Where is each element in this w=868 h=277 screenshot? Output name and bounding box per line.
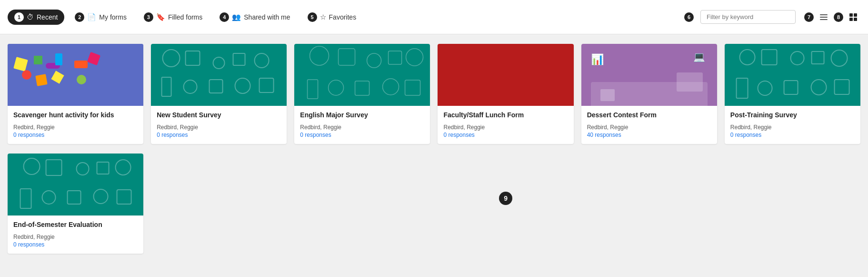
- card-body: Post-Training Survey Redbird, Reggie 0 r…: [725, 106, 860, 144]
- svg-rect-5: [849, 18, 853, 21]
- svg-point-25: [383, 79, 399, 95]
- svg-rect-28: [761, 50, 777, 65]
- star-icon: ☆: [320, 13, 326, 21]
- nav-my-forms-label: My forms: [99, 13, 127, 21]
- nav-favorites-label: Favorites: [329, 13, 357, 21]
- badge-6: 6: [684, 12, 694, 22]
- view-toggle-group: 7 8: [804, 10, 860, 24]
- forms-grid-row1: Scavenger hunt activity for kids Redbird…: [0, 34, 868, 154]
- bookmark-icon: 🔖: [156, 13, 165, 21]
- card-thumbnail: [438, 44, 573, 106]
- form-card-scavenger-hunt[interactable]: Scavenger hunt activity for kids Redbird…: [8, 44, 143, 144]
- list-view-button[interactable]: [817, 10, 831, 24]
- svg-point-43: [42, 191, 56, 204]
- pagination-badge-area: 9: [151, 154, 860, 254]
- svg-point-7: [163, 50, 180, 67]
- nav-recent[interactable]: 1 ⏱ Recent: [8, 10, 64, 25]
- svg-point-23: [329, 80, 344, 95]
- svg-rect-38: [46, 160, 62, 175]
- card-responses: 0 responses: [300, 132, 424, 138]
- badge-5: 5: [308, 12, 317, 22]
- svg-rect-32: [736, 78, 748, 98]
- svg-rect-44: [68, 191, 81, 204]
- card-title: End-of-Semester Evaluation: [13, 220, 138, 229]
- card-title: Scavenger hunt activity for kids: [13, 111, 138, 119]
- card-author: Redbird, Reggie: [730, 124, 855, 131]
- svg-rect-20: [389, 51, 402, 64]
- form-card-new-student-survey[interactable]: New Student Survey Redbird, Reggie 0 res…: [151, 44, 287, 144]
- card-thumbnail: 📊 💻: [581, 44, 717, 106]
- card-thumbnail: [294, 44, 430, 106]
- svg-rect-34: [784, 81, 798, 94]
- card-thumbnail: [151, 44, 287, 106]
- card-author: Redbird, Reggie: [443, 124, 568, 131]
- svg-rect-30: [811, 51, 824, 64]
- svg-point-37: [24, 158, 40, 174]
- svg-point-41: [116, 160, 131, 175]
- filter-input[interactable]: [700, 10, 796, 24]
- top-navigation: 1 ⏱ Recent 2 📄 My forms 3 🔖 Filled forms…: [0, 0, 868, 34]
- form-card-dessert-contest[interactable]: 📊 💻 Dessert Contest Form Redbird, Reggie…: [581, 44, 717, 144]
- svg-rect-3: [849, 13, 853, 17]
- forms-grid-row2: End-of-Semester Evaluation Redbird, Regg…: [0, 154, 868, 263]
- svg-point-17: [310, 46, 329, 65]
- form-card-post-training[interactable]: Post-Training Survey Redbird, Reggie 0 r…: [725, 44, 860, 144]
- badge-4: 4: [219, 12, 229, 22]
- svg-rect-2: [820, 19, 828, 20]
- nav-favorites[interactable]: 5 ☆ Favorites: [301, 10, 363, 25]
- card-responses: 0 responses: [13, 132, 138, 138]
- card-author: Redbird, Reggie: [157, 124, 281, 131]
- nav-filled-forms[interactable]: 3 🔖 Filled forms: [137, 10, 209, 25]
- svg-rect-46: [117, 190, 131, 204]
- nav-shared-with-me[interactable]: 4 👥 Shared with me: [213, 10, 297, 25]
- form-card-end-of-semester[interactable]: End-of-Semester Evaluation Redbird, Regg…: [8, 154, 143, 254]
- badge-3: 3: [144, 12, 153, 22]
- svg-point-33: [758, 81, 772, 95]
- badge-7: 7: [804, 12, 814, 22]
- form-card-english-major-survey[interactable]: English Major Survey Redbird, Reggie 0 r…: [294, 44, 430, 144]
- card-body: Faculty/Staff Lunch Form Redbird, Reggie…: [438, 106, 573, 144]
- svg-rect-18: [339, 49, 355, 65]
- card-responses: 0 responses: [157, 132, 281, 138]
- card-title: Dessert Contest Form: [587, 111, 711, 119]
- svg-rect-1: [820, 17, 828, 18]
- svg-rect-6: [854, 18, 857, 21]
- card-author: Redbird, Reggie: [13, 124, 138, 131]
- svg-rect-14: [210, 80, 223, 93]
- nav-my-forms[interactable]: 2 📄 My forms: [68, 10, 133, 25]
- nav-filled-forms-label: Filled forms: [168, 13, 202, 21]
- svg-rect-10: [233, 53, 245, 65]
- nav-recent-label: Recent: [37, 13, 58, 21]
- badge-9: 9: [499, 192, 512, 205]
- svg-rect-8: [186, 51, 200, 65]
- card-body: Scavenger hunt activity for kids Redbird…: [8, 106, 143, 144]
- card-author: Redbird, Reggie: [13, 234, 138, 240]
- doc-icon: 📄: [87, 13, 96, 21]
- svg-rect-16: [259, 78, 274, 92]
- svg-rect-22: [308, 80, 318, 99]
- svg-rect-12: [162, 77, 171, 96]
- svg-rect-26: [405, 80, 420, 95]
- people-icon: 👥: [232, 13, 241, 21]
- form-card-faculty-lunch[interactable]: Faculty/Staff Lunch Form Redbird, Reggie…: [438, 44, 573, 144]
- svg-point-19: [367, 53, 381, 68]
- card-author: Redbird, Reggie: [300, 124, 424, 131]
- card-responses: 40 responses: [587, 132, 711, 138]
- svg-point-15: [235, 78, 250, 93]
- svg-point-45: [94, 189, 108, 204]
- card-body: Dessert Contest Form Redbird, Reggie 40 …: [581, 106, 717, 144]
- svg-rect-0: [820, 14, 828, 15]
- card-thumbnail: [8, 44, 143, 106]
- recent-icon: ⏱: [27, 13, 34, 21]
- card-body: End-of-Semester Evaluation Redbird, Regg…: [8, 215, 143, 254]
- card-responses: 0 responses: [13, 241, 138, 248]
- svg-point-39: [77, 163, 89, 175]
- svg-point-27: [739, 50, 755, 65]
- grid-view-button[interactable]: [846, 10, 860, 24]
- badge-2: 2: [75, 12, 84, 22]
- badge-8: 8: [834, 12, 843, 22]
- card-title: Faculty/Staff Lunch Form: [443, 111, 568, 119]
- card-author: Redbird, Reggie: [587, 124, 711, 131]
- svg-point-13: [184, 80, 197, 93]
- card-responses: 0 responses: [443, 132, 568, 138]
